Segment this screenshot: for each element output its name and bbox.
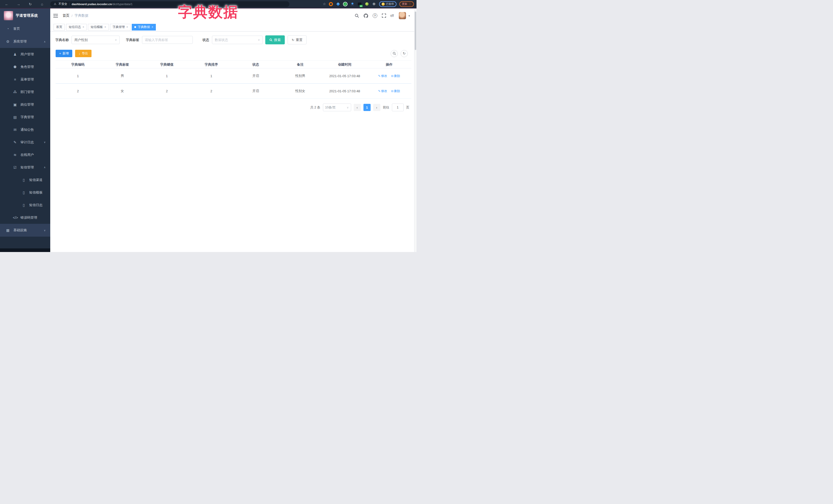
- browser-reload-icon[interactable]: ↻: [27, 2, 34, 6]
- sidebar-item-audit-log[interactable]: ✎ 审计日志 ∨: [0, 136, 50, 148]
- phone-icon: ▯: [22, 190, 26, 195]
- sidebar-bottom-strip: [0, 248, 50, 252]
- orange-extension-icon[interactable]: [329, 2, 333, 6]
- edit-link[interactable]: ✎修改: [378, 89, 387, 93]
- users-icon: ⚉: [13, 65, 17, 69]
- export-button-label: 导出: [82, 51, 88, 56]
- status-select[interactable]: 数据状态 ∨: [212, 35, 263, 44]
- next-page-button[interactable]: ›: [373, 104, 380, 111]
- toggle-search-button[interactable]: [390, 50, 398, 57]
- page-1-button[interactable]: 1: [363, 104, 371, 111]
- browser-forward-icon[interactable]: →: [15, 2, 22, 6]
- close-icon[interactable]: ×: [151, 26, 153, 28]
- url-path: /dict/type/data/1: [112, 3, 133, 6]
- close-icon[interactable]: ×: [104, 26, 106, 28]
- chevron-down-icon: ∨: [258, 38, 260, 42]
- tab-sms-template[interactable]: 短信模板 ×: [88, 24, 109, 30]
- delete-link[interactable]: ⊟删除: [391, 74, 400, 78]
- phone-icon: ▯: [22, 203, 26, 207]
- user-avatar[interactable]: [399, 12, 406, 19]
- switch-icon: [351, 2, 354, 6]
- kebab-menu-icon[interactable]: ⋮: [408, 2, 411, 6]
- header-actions: ? tT ▾: [355, 12, 410, 19]
- sidebar-item-notice[interactable]: ✉ 通知公告: [0, 123, 50, 136]
- font-size-icon[interactable]: tT: [390, 14, 394, 18]
- browser-update-button[interactable]: 更新 ⋮: [399, 1, 414, 7]
- search-icon[interactable]: [355, 14, 359, 18]
- search-button-label: 搜索: [274, 38, 281, 42]
- sidebar-item-post-management[interactable]: ▣ 岗位管理: [0, 98, 50, 111]
- browser-home-icon[interactable]: ⌂: [39, 2, 46, 6]
- cell-sort: 2: [189, 83, 234, 99]
- sidebar-item-sms-template[interactable]: ▯ 短信模板: [0, 186, 50, 199]
- page-size-select[interactable]: 10条/页 ∨: [323, 103, 351, 111]
- page-size-value: 10条/页: [325, 105, 336, 110]
- sidebar-item-home[interactable]: ◔ 首页: [0, 22, 50, 35]
- breadcrumb: 首页 / 字典数据: [63, 13, 89, 18]
- tab-sms-log[interactable]: 短信日志 ×: [66, 24, 87, 30]
- sidebar-item-menu-management[interactable]: ≡ 菜单管理: [0, 73, 50, 86]
- prev-page-button[interactable]: ‹: [354, 104, 361, 111]
- delete-link[interactable]: ⊟删除: [391, 89, 400, 93]
- sidebar-item-dict-management[interactable]: ▤ 字典管理: [0, 111, 50, 123]
- help-icon[interactable]: ?: [373, 13, 377, 18]
- sidebar-item-infrastructure[interactable]: ▦ 基础设施 ∨: [0, 224, 50, 237]
- tab-dict-management[interactable]: 字典管理 ×: [110, 24, 130, 30]
- cell-created: 2021-01-05 17:03:48: [323, 83, 367, 99]
- app-logo[interactable]: 芋道管理系统: [0, 8, 50, 22]
- dict-name-select[interactable]: 用户性别 ∨: [72, 35, 120, 44]
- sidebar-item-sms-channel[interactable]: ▯ 短信渠道: [0, 173, 50, 186]
- avatar-caret-icon[interactable]: ▾: [408, 14, 410, 17]
- white-gear-extension-icon[interactable]: ⚙: [372, 2, 376, 6]
- address-bar[interactable]: ⚠ 不安全 dashboard.yudao.iocoder.cn/dict/ty…: [50, 1, 289, 7]
- tab-home[interactable]: 首页: [53, 24, 65, 30]
- sidebar-item-label: 短信日志: [29, 203, 43, 208]
- bookmark-star-icon[interactable]: ☆: [323, 2, 326, 6]
- delete-icon: ⊟: [391, 74, 394, 77]
- github-icon[interactable]: [364, 14, 368, 18]
- close-icon[interactable]: ×: [126, 26, 128, 28]
- green-leaf-extension-icon[interactable]: [365, 2, 369, 6]
- sidebar-submenu: ♟ 用户管理 ⚉ 角色管理 ≡ 菜单管理 ⁂ 部门管理 ▣ 岗位管理: [0, 48, 50, 224]
- tab-label: 首页: [56, 25, 62, 29]
- browser-back-icon[interactable]: ←: [3, 2, 10, 6]
- screen: ← → ↻ ⌂ ⚠ 不安全 dashboard.yudao.iocoder.cn…: [0, 0, 416, 252]
- blue-kite-extension-icon[interactable]: [336, 2, 340, 6]
- sidebar-item-online-users[interactable]: ≋ 在线用户: [0, 148, 50, 161]
- dict-label-input[interactable]: [142, 36, 193, 44]
- close-icon[interactable]: ×: [82, 26, 84, 28]
- export-button[interactable]: ↓ 导出: [75, 50, 92, 57]
- sidebar-item-role-management[interactable]: ⚉ 角色管理: [0, 61, 50, 73]
- sidebar-item-user-management[interactable]: ♟ 用户管理: [0, 48, 50, 61]
- chevron-down-icon: ∨: [44, 141, 46, 144]
- dashboard-icon: ◔: [6, 27, 10, 31]
- scrollbar-thumb[interactable]: [415, 11, 416, 50]
- browser-profile-chip[interactable]: 已暂停: [379, 1, 397, 7]
- goto-page-input[interactable]: [392, 103, 404, 111]
- sidebar-collapse-icon[interactable]: [53, 14, 58, 18]
- add-button-label: 新增: [63, 51, 69, 56]
- scrollbar-track[interactable]: [414, 8, 416, 252]
- sidebar-item-error-code[interactable]: </> 错误码管理: [0, 211, 50, 224]
- green-check-extension-icon[interactable]: ✓: [343, 2, 348, 6]
- col-created: 创建时间: [323, 61, 367, 68]
- sidebar-item-label: 错误码管理: [21, 215, 37, 220]
- sidebar-item-dept-management[interactable]: ⁂ 部门管理: [0, 86, 50, 98]
- sidebar-item-system-management[interactable]: ⚙ 系统管理 ∧: [0, 35, 50, 48]
- switch-extension-icon[interactable]: [350, 2, 355, 6]
- refresh-table-button[interactable]: ↻: [401, 50, 408, 57]
- add-button[interactable]: + 新增: [56, 50, 72, 57]
- search-button[interactable]: 搜索: [265, 35, 285, 44]
- sidebar-item-label: 字典管理: [21, 115, 34, 119]
- reset-button[interactable]: ↻ 重置: [288, 35, 307, 44]
- app-header: 首页 / 字典数据 ?: [50, 8, 416, 23]
- sidebar-item-sms-management[interactable]: ☑ 短信管理 ∧: [0, 161, 50, 173]
- chevron-down-icon: ∨: [347, 106, 349, 109]
- sidebar-item-sms-log[interactable]: ▯ 短信日志: [0, 199, 50, 211]
- on-badge-extension-icon[interactable]: on: [358, 2, 362, 6]
- fullscreen-icon[interactable]: [382, 14, 386, 18]
- phone-icon: ▯: [22, 178, 26, 182]
- breadcrumb-home[interactable]: 首页: [63, 13, 69, 18]
- tab-dict-data[interactable]: 字典数据 ×: [132, 24, 156, 30]
- edit-link[interactable]: ✎修改: [378, 74, 387, 78]
